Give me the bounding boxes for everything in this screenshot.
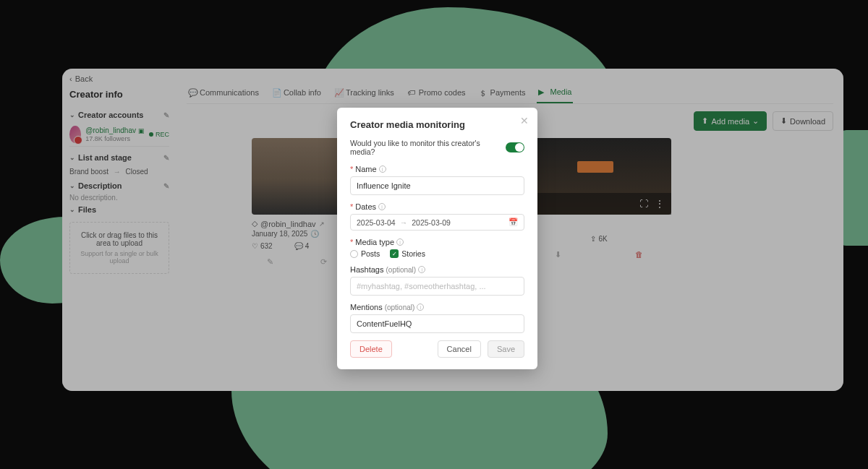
- date-from: 2025-03-04: [357, 218, 396, 227]
- info-icon[interactable]: i: [418, 266, 425, 273]
- modal-title: Creator media monitoring: [350, 119, 524, 130]
- date-to: 2025-03-09: [412, 218, 451, 227]
- info-icon[interactable]: i: [417, 304, 424, 311]
- save-button[interactable]: Save: [488, 340, 524, 358]
- mentions-input[interactable]: [350, 314, 524, 333]
- info-icon[interactable]: i: [396, 238, 404, 246]
- cancel-button[interactable]: Cancel: [438, 340, 481, 358]
- hashtags-label: Hashtags (optional) i: [350, 265, 524, 274]
- arrow-right-icon: →: [400, 218, 408, 227]
- name-label: *Namei: [350, 165, 524, 173]
- monitor-question: Would you like to monitor this creator's…: [350, 139, 506, 156]
- info-icon[interactable]: i: [379, 165, 386, 173]
- stories-option[interactable]: ✓Stories: [390, 249, 425, 258]
- close-icon[interactable]: ✕: [520, 115, 529, 126]
- dates-label: *Datesi: [350, 202, 524, 211]
- hashtags-input[interactable]: [350, 277, 524, 296]
- mentions-label: Mentions (optional) i: [350, 303, 524, 311]
- calendar-icon[interactable]: 📅: [509, 218, 518, 227]
- media-type-label: *Media typei: [350, 238, 524, 246]
- delete-button[interactable]: Delete: [350, 340, 392, 358]
- name-input[interactable]: [350, 176, 524, 195]
- posts-option[interactable]: Posts: [350, 249, 380, 258]
- date-range-input[interactable]: 2025-03-04 → 2025-03-09 📅: [350, 214, 524, 231]
- check-icon: ✓: [390, 249, 399, 258]
- media-monitoring-modal: ✕ Creator media monitoring Would you lik…: [337, 108, 537, 369]
- monitor-toggle[interactable]: [506, 142, 524, 152]
- info-icon[interactable]: i: [378, 203, 386, 210]
- radio-icon: [350, 250, 358, 258]
